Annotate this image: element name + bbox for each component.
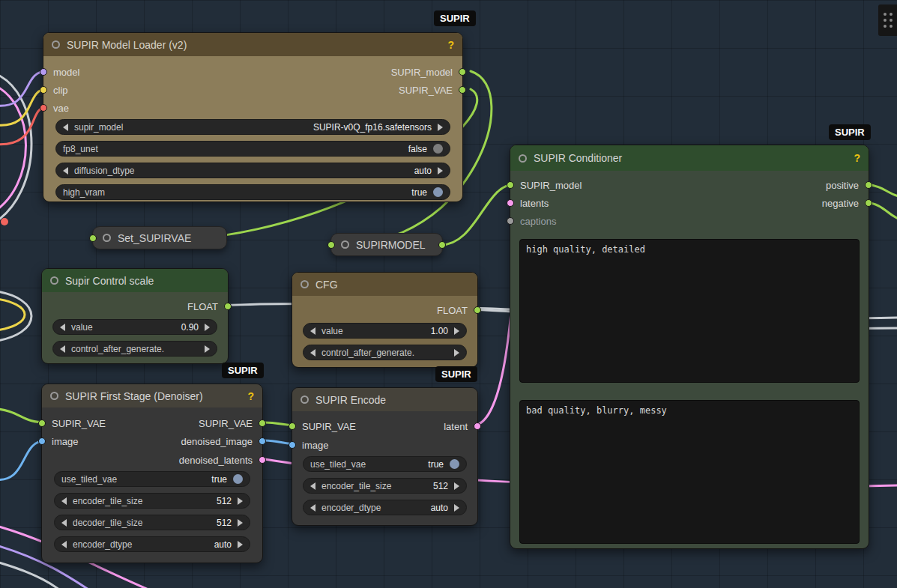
negative-port-dot[interactable] bbox=[865, 199, 872, 207]
help-icon[interactable]: ? bbox=[247, 390, 254, 402]
widget-supir-model[interactable]: supir_model SUPIR-v0Q_fp16.safetensors bbox=[55, 119, 450, 135]
supir-model-port-dot[interactable] bbox=[507, 181, 514, 189]
collapse-icon[interactable] bbox=[103, 234, 111, 242]
widget-value[interactable]: value 0.90 bbox=[52, 319, 217, 335]
widget-decoder-tile-size[interactable]: decoder_tile_size 512 bbox=[54, 515, 250, 530]
combo-next-icon[interactable] bbox=[454, 349, 459, 357]
widget-use-tiled-vae[interactable]: use_tiled_vae true bbox=[303, 456, 467, 472]
combo-next-icon[interactable] bbox=[238, 541, 243, 548]
node-title: Set_SUPIRVAE bbox=[118, 232, 191, 244]
toggle-icon[interactable] bbox=[433, 187, 443, 197]
node-source-badge: SUPIR bbox=[222, 363, 264, 378]
widget-value: SUPIR-v0Q_fp16.safetensors bbox=[313, 122, 432, 133]
combo-prev-icon[interactable] bbox=[310, 482, 315, 490]
collapse-icon[interactable] bbox=[300, 395, 309, 404]
denoised-latents-port-dot[interactable] bbox=[259, 456, 266, 464]
combo-prev-icon[interactable] bbox=[310, 327, 315, 335]
widget-diffusion-dtype[interactable]: diffusion_dtype auto bbox=[55, 163, 450, 178]
combo-prev-icon[interactable] bbox=[61, 519, 67, 527]
widget-encoder-dtype[interactable]: encoder_dtype auto bbox=[54, 536, 250, 552]
widget-label: high_vram bbox=[63, 187, 105, 198]
combo-next-icon[interactable] bbox=[454, 482, 459, 490]
combo-next-icon[interactable] bbox=[438, 124, 443, 131]
port-label: SUPIR_VAE bbox=[399, 85, 453, 96]
widget-label: decoder_tile_size bbox=[73, 518, 142, 528]
node-cfg: CFG FLOAT value 1.00 control_after_gener… bbox=[292, 272, 478, 368]
toggle-icon[interactable] bbox=[433, 144, 443, 154]
negative-prompt-textarea[interactable]: bad quality, blurry, messy bbox=[519, 400, 860, 544]
widget-fp8-unet[interactable]: fp8_unet false bbox=[55, 141, 450, 157]
combo-prev-icon[interactable] bbox=[63, 167, 68, 175]
widget-control-after-generate[interactable]: control_after_generate. bbox=[303, 345, 467, 360]
toggle-icon[interactable] bbox=[233, 474, 243, 484]
collapse-icon[interactable] bbox=[52, 40, 60, 49]
port-label: SUPIR_VAE bbox=[52, 418, 106, 429]
combo-next-icon[interactable] bbox=[238, 519, 243, 527]
output-port-supir-model: SUPIR_model bbox=[391, 64, 466, 79]
canvas-menu-handle[interactable] bbox=[878, 4, 897, 36]
supir-vae-port-dot[interactable] bbox=[259, 419, 266, 427]
combo-prev-icon[interactable] bbox=[61, 541, 67, 548]
widget-encoder-dtype[interactable]: encoder_dtype auto bbox=[303, 500, 467, 515]
port-label: latents bbox=[520, 198, 549, 209]
collapse-icon[interactable] bbox=[50, 276, 58, 285]
combo-prev-icon[interactable] bbox=[63, 124, 68, 131]
widget-use-tiled-vae[interactable]: use_tiled_vae true bbox=[54, 471, 250, 487]
latent-port-dot[interactable] bbox=[474, 422, 481, 430]
supir-vae-port-dot[interactable] bbox=[289, 422, 296, 430]
widget-label: fp8_unet bbox=[63, 144, 98, 154]
positive-prompt-textarea[interactable]: high quality, detailed bbox=[519, 239, 860, 383]
combo-prev-icon[interactable] bbox=[310, 349, 315, 357]
combo-prev-icon[interactable] bbox=[60, 345, 65, 353]
supir-vae-port-dot[interactable] bbox=[38, 419, 46, 427]
combo-prev-icon[interactable] bbox=[310, 504, 315, 512]
node-set-supirvae[interactable]: Set_SUPIRVAE bbox=[92, 226, 227, 249]
help-icon[interactable]: ? bbox=[447, 39, 454, 51]
widget-label: use_tiled_vae bbox=[61, 474, 117, 485]
combo-prev-icon[interactable] bbox=[61, 497, 67, 505]
node-titlebar[interactable]: SUPIR Model Loader (v2) ? bbox=[43, 33, 462, 56]
supir-vae-port-dot[interactable] bbox=[459, 86, 466, 94]
vae-port-dot[interactable] bbox=[40, 104, 47, 112]
denoised-image-port-dot[interactable] bbox=[259, 437, 266, 445]
combo-next-icon[interactable] bbox=[454, 327, 459, 335]
latents-port-dot[interactable] bbox=[507, 199, 514, 207]
node-titlebar[interactable]: SUPIR Encode bbox=[292, 388, 477, 411]
collapse-icon[interactable] bbox=[519, 154, 527, 163]
model-port-dot[interactable] bbox=[40, 68, 47, 76]
node-titlebar[interactable]: Supir Control scale bbox=[42, 269, 228, 292]
help-icon[interactable]: ? bbox=[854, 152, 860, 164]
float-port-dot[interactable] bbox=[224, 303, 232, 310]
image-port-dot[interactable] bbox=[38, 437, 46, 445]
node-titlebar[interactable]: SUPIR First Stage (Denoiser) ? bbox=[42, 384, 262, 407]
output-port-dot[interactable] bbox=[438, 241, 446, 249]
clip-port-dot[interactable] bbox=[40, 86, 47, 94]
node-titlebar[interactable]: CFG bbox=[292, 273, 477, 296]
widget-control-after-generate[interactable]: control_after_generate. bbox=[52, 341, 217, 357]
widget-value[interactable]: value 1.00 bbox=[303, 323, 467, 339]
captions-port-dot[interactable] bbox=[507, 217, 514, 225]
collapse-icon[interactable] bbox=[50, 392, 58, 400]
input-port-dot[interactable] bbox=[89, 234, 97, 242]
widget-encoder-tile-size[interactable]: encoder_tile_size 512 bbox=[303, 478, 467, 494]
node-titlebar[interactable]: SUPIR Conditioner ? bbox=[510, 145, 869, 171]
combo-next-icon[interactable] bbox=[454, 504, 459, 512]
combo-next-icon[interactable] bbox=[205, 345, 210, 353]
node-supirmodel[interactable]: SUPIRMODEL bbox=[330, 233, 443, 256]
supir-model-port-dot[interactable] bbox=[459, 68, 466, 76]
image-port-dot[interactable] bbox=[289, 441, 296, 449]
positive-port-dot[interactable] bbox=[865, 181, 872, 189]
toggle-icon[interactable] bbox=[450, 459, 459, 469]
combo-next-icon[interactable] bbox=[238, 497, 243, 505]
input-port-supir-model: SUPIR_model bbox=[507, 178, 582, 193]
collapse-icon[interactable] bbox=[300, 280, 309, 288]
port-label: image bbox=[52, 436, 78, 447]
float-port-dot[interactable] bbox=[474, 306, 481, 314]
combo-next-icon[interactable] bbox=[438, 167, 443, 175]
widget-encoder-tile-size[interactable]: encoder_tile_size 512 bbox=[54, 493, 250, 509]
combo-prev-icon[interactable] bbox=[60, 324, 65, 331]
widget-high-vram[interactable]: high_vram true bbox=[55, 184, 450, 200]
collapse-icon[interactable] bbox=[341, 240, 349, 249]
combo-next-icon[interactable] bbox=[205, 324, 210, 331]
input-port-dot[interactable] bbox=[327, 241, 335, 249]
